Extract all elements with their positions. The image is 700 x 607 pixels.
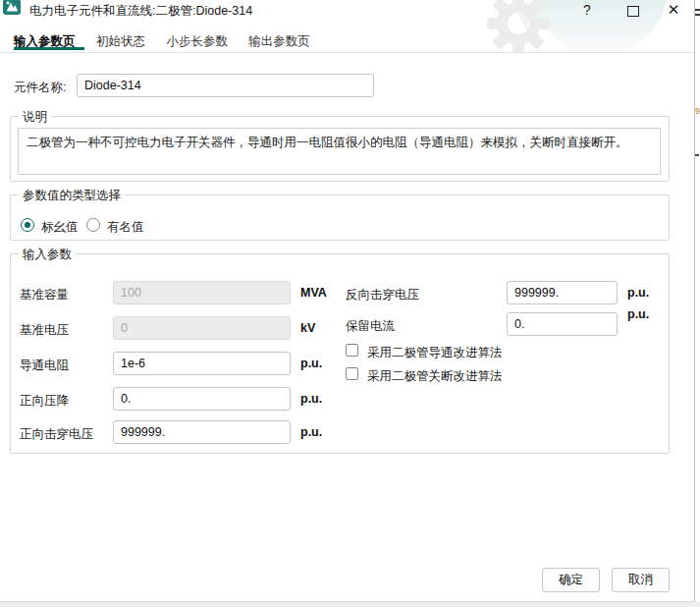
on-resistance-label: 导通电阻 [20, 358, 69, 374]
description-group: 说明 二极管为一种不可控电力电子开关器件，导通时用一电阻值很小的电阻（导通电阻）… [10, 116, 670, 182]
on-resistance-input[interactable] [113, 352, 291, 375]
tab-output-parameters[interactable]: 输出参数页 [248, 33, 310, 50]
per-unit-radio[interactable] [21, 218, 34, 232]
tab-small-step-parameters[interactable]: 小步长参数 [166, 33, 228, 50]
forward-breakdown-voltage-label: 正向击穿电压 [20, 426, 93, 443]
reverse-breakdown-voltage-label: 反向击穿电压 [346, 287, 419, 304]
per-unit-radio-label[interactable]: 标幺值 [41, 219, 79, 236]
ok-button[interactable]: 确定 [542, 568, 600, 592]
gear-watermark-icon [481, 0, 556, 52]
maximize-icon [627, 6, 639, 17]
value-type-group-legend: 参数值的类型选择 [19, 188, 125, 204]
background-fragment-glyph: 9 [695, 106, 700, 116]
base-capacity-input [113, 281, 291, 304]
background-app-sliver [695, 0, 700, 602]
diode-parameters-dialog: 电力电子元件和直流线:二极管:Diode-314 ? ✕ 输入参数页 初始状态 … [0, 0, 695, 602]
description-group-legend: 说明 [19, 109, 51, 126]
reverse-breakdown-voltage-unit: p.u. [627, 286, 649, 300]
diode-turn-on-algorithm-checkbox[interactable] [346, 344, 358, 357]
on-resistance-unit: p.u. [300, 357, 322, 370]
active-tab-underline [14, 47, 84, 50]
base-capacity-unit: MVA [300, 286, 327, 300]
input-parameters-group-legend: 输入参数 [19, 247, 76, 263]
forward-voltage-drop-input[interactable] [113, 387, 291, 411]
description-text: 二极管为一种不可控电力电子开关器件，导通时用一电阻值很小的电阻（导通电阻）来模拟… [18, 128, 661, 175]
tab-initial-state[interactable]: 初始状态 [96, 33, 145, 50]
window-title: 电力电子元件和直流线:二极管:Diode-314 [29, 3, 252, 20]
value-type-group: 参数值的类型选择 标幺值 有名值 [10, 194, 670, 241]
reverse-breakdown-voltage-input[interactable] [507, 281, 618, 304]
cancel-button[interactable]: 取消 [612, 568, 670, 592]
forward-breakdown-voltage-unit: p.u. [300, 425, 322, 439]
base-voltage-label: 基准电压 [20, 322, 69, 339]
base-voltage-input [113, 316, 291, 340]
base-capacity-label: 基准容量 [20, 287, 69, 304]
background-fragment-bars [695, 9, 700, 19]
forward-voltage-drop-unit: p.u. [300, 392, 322, 406]
background-fragment-dash [695, 154, 699, 156]
bottom-desktop-strip [0, 603, 700, 607]
diode-turn-on-algorithm-label[interactable]: 采用二极管导通改进算法 [367, 345, 503, 361]
help-button[interactable]: ? [576, 2, 598, 22]
forward-voltage-drop-label: 正向压降 [20, 393, 69, 410]
app-logo-icon [3, 0, 21, 15]
screen: 电力电子元件和直流线:二极管:Diode-314 ? ✕ 输入参数页 初始状态 … [0, 0, 700, 607]
tab-separator-line [0, 52, 694, 53]
diode-turn-off-algorithm-checkbox[interactable] [346, 367, 358, 380]
maximize-button[interactable] [622, 2, 644, 22]
holding-current-unit: p.u. [627, 307, 649, 321]
component-name-label: 元件名称: [14, 80, 66, 96]
named-value-radio[interactable] [86, 218, 100, 232]
holding-current-label: 保留电流 [346, 318, 395, 335]
holding-current-input[interactable] [507, 312, 618, 336]
named-value-radio-label[interactable]: 有名值 [107, 219, 144, 236]
diode-turn-off-algorithm-label[interactable]: 采用二极管关断改进算法 [367, 368, 503, 385]
base-voltage-unit: kV [300, 321, 315, 335]
close-button[interactable]: ✕ [663, 1, 684, 21]
forward-breakdown-voltage-input[interactable] [113, 420, 291, 444]
component-name-input[interactable] [77, 74, 374, 97]
